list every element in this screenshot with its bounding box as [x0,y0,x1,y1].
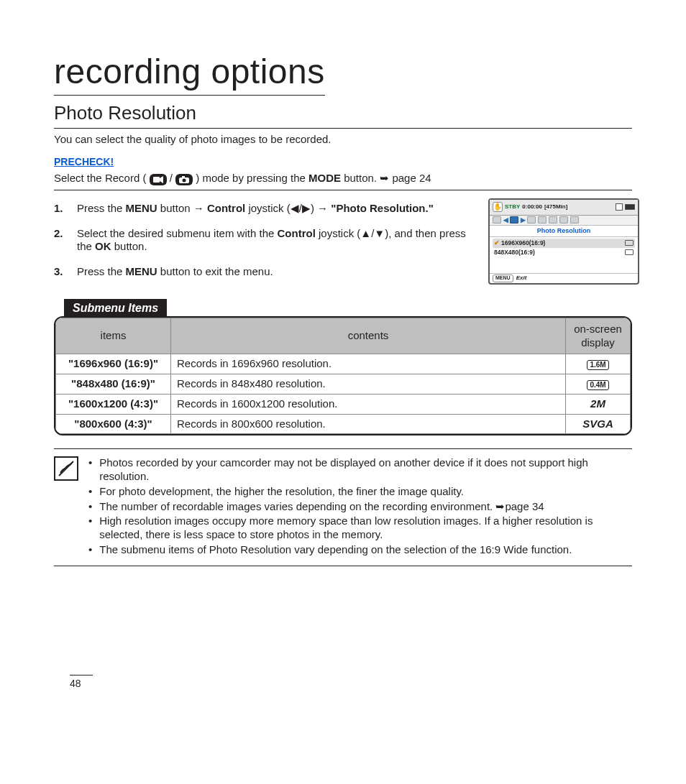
step-number: 3. [54,265,70,279]
arrow-icon: ➥ [380,172,389,184]
intro-text: You can select the quality of photo imag… [54,133,632,147]
screen-option-label: 848X480(16:9) [494,249,535,257]
note-text: The number of recordable images varies d… [99,500,544,514]
mode-word: MODE [308,172,341,184]
iconrow-item [570,216,579,223]
note-item: For photo development, the higher the re… [88,485,632,499]
step: 3.Press the MENU button to exit the menu… [54,265,467,279]
text: Press the [77,265,126,277]
cell-display: 1.6M [566,354,631,374]
screen-iconrow: ◀ ▶ [490,216,638,226]
cell-display: SVGA [566,414,631,434]
cell-item: "848x480 (16:9)" [56,374,171,395]
resolution-icon [625,240,634,246]
modeline-pre: Select the Record ( [54,172,150,184]
note-item: Photos recorded by your camcorder may no… [88,456,632,484]
bold-term: Control [207,202,245,214]
step-body: Press the MENU button to exit the menu. [77,265,273,279]
mode-instruction: Select the Record ( / ) mode by pressing… [54,172,632,190]
stby-label: STBY [505,203,520,211]
screen-time: 0:00:00 [522,203,542,211]
cell-content: Records in 1696x960 resolution. [171,354,566,374]
bold-term: "Photo Resolution." [331,202,434,214]
screen-option: 848X480(16:9) [493,248,635,257]
cell-display: 0.4M [566,374,631,395]
check-icon: ✔ [494,239,500,246]
modeline-sep: / [170,172,175,184]
iconrow-item [538,216,546,223]
steps-list: 1.Press the MENU button → Control joysti… [54,202,632,279]
screen-option-list: ✔1696X960(16:9)848X480(16:9) [490,237,638,258]
th-contents: contents [171,318,566,354]
cell-item: "800x600 (4:3)" [56,414,171,434]
svg-rect-3 [182,176,185,178]
battery-icon [625,204,635,210]
modeline-pageref: page 24 [392,172,431,184]
step: 1.Press the MENU button → Control joysti… [54,202,467,216]
card-icon [616,203,623,211]
submenu-tag: Submenu Items [64,299,167,318]
bold-term: Control [277,227,315,239]
table-row: "800x600 (4:3)"Records in 800x600 resolu… [56,414,631,434]
iconrow-item [559,216,568,223]
note-text: For photo development, the higher the re… [99,485,464,499]
table-row: "1600x1200 (4:3)"Records in 1600x1200 re… [56,394,631,414]
step-number: 2. [54,227,70,254]
section-title: Photo Resolution [54,101,632,129]
exit-label: Exit [516,275,527,282]
iconrow-item-active [510,216,518,223]
precheck-label: PRECHECK! [54,156,632,169]
text: button. [111,240,147,252]
notes-list: Photos recorded by your camcorder may no… [88,456,632,558]
modeline-tail: button. [344,172,380,184]
step: 2.Select the desired submenu item with t… [54,227,467,254]
modeline-post: ) mode by pressing the [196,172,308,184]
hand-icon: ✋ [493,202,503,212]
th-items: items [56,318,171,354]
step-number: 1. [54,202,70,216]
screen-menu-title: Photo Resolution [490,226,638,237]
submenu-table: items contents on-screen display "1696x9… [55,318,631,435]
bold-term: MENU [126,202,157,214]
note-text: Photos recorded by your camcorder may no… [99,456,632,484]
iconrow-item [549,216,557,223]
note-text: High resolution images occupy more memor… [99,515,632,542]
right-arrow-icon: ▶ [521,216,525,223]
iconrow-item [493,216,501,223]
display-badge: 1.6M [587,360,608,370]
text: button [157,202,193,214]
camcorder-icon [150,174,167,185]
text: → [317,202,328,214]
text: → [193,202,204,214]
th-display: on-screen display [566,318,631,354]
page-title: recording options [54,50,325,96]
bold-term: OK [95,240,111,252]
page-number: 48 [70,675,93,691]
screen-option: ✔1696X960(16:9) [493,239,635,248]
note-text: The submenu items of Photo Resolution va… [99,543,572,557]
note-item: The submenu items of Photo Resolution va… [88,543,632,557]
cell-content: Records in 800x600 resolution. [171,414,566,434]
iconrow-item [527,216,536,223]
notes-box: Photos recorded by your camcorder may no… [54,448,632,566]
svg-point-2 [183,178,186,182]
cell-item: "1696x960 (16:9)" [56,354,171,374]
lcd-preview: ✋ STBY 0:00:00 [475Min] ◀ ▶ Photo Resolu… [488,198,639,285]
note-icon [54,456,78,481]
table-row: "1696x960 (16:9)"Records in 1696x960 res… [56,354,631,374]
cell-display: 2M [566,394,631,414]
text: Select the desired submenu item with the [77,227,277,239]
camera-icon [175,174,193,185]
screen-option-label: ✔1696X960(16:9) [494,239,545,247]
bold-term: MENU [126,265,157,277]
note-item: High resolution images occupy more memor… [88,515,632,542]
text: Press the [77,202,126,214]
cell-content: Records in 848x480 resolution. [171,374,566,395]
screen-remain: [475Min] [544,203,567,211]
note-item: The number of recordable images varies d… [88,500,632,514]
text: joystick (◀/▶) [245,202,317,214]
menu-pill: MENU [493,275,513,282]
display-badge: SVGA [582,418,613,430]
step-body: Press the MENU button → Control joystick… [77,202,434,216]
svg-rect-0 [153,177,160,183]
